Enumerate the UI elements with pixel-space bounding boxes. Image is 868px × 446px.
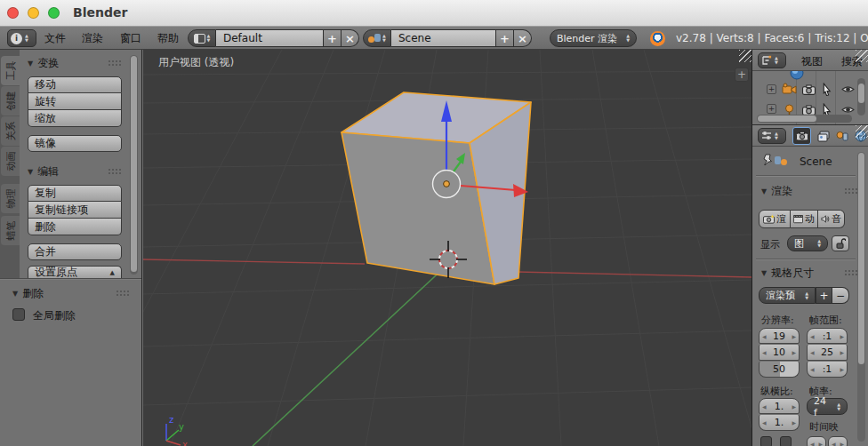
transform-panel-header[interactable]: ▼ 变换 [28, 56, 59, 71]
corner-resize-handle[interactable] [856, 50, 868, 62]
expand-icon[interactable]: + [767, 104, 776, 114]
render-visibility-icon[interactable] [802, 84, 816, 95]
editor-type-button-info[interactable]: i ▲▼ [7, 29, 36, 47]
display-mode-dropdown[interactable]: 图 ▲▼ [787, 235, 828, 251]
render-animation-button[interactable]: 动 [791, 210, 818, 228]
duplicate-linked-button[interactable]: 复制链接项 [28, 202, 122, 219]
duplicate-button[interactable]: 复制 [28, 185, 122, 202]
outliner-h-scrollbar[interactable] [757, 115, 852, 123]
outliner-menu-view[interactable]: 视图 [801, 54, 823, 69]
collapse-icon: ▼ [761, 269, 767, 277]
delete-button[interactable]: 删除 [28, 219, 122, 235]
time-remap-new-field[interactable]: ◀▶ [828, 436, 848, 446]
eye-icon[interactable] [841, 105, 855, 115]
scale-button[interactable]: 缩放 [28, 110, 122, 127]
resolution-x-field[interactable]: ◀19▶ [759, 328, 800, 344]
editor-type-button-properties[interactable]: ▲▼ [758, 128, 786, 144]
mirror-button[interactable]: 镜像 [28, 135, 122, 152]
rotate-button[interactable]: 旋转 [28, 93, 122, 110]
remove-preset-button[interactable]: − [832, 287, 849, 304]
dimensions-panel-header[interactable]: ▼ 规格尺寸 [761, 266, 814, 281]
aspect-y-field[interactable]: ◀1.▶ [759, 415, 800, 431]
lock-interface-button[interactable] [832, 235, 849, 251]
menu-window[interactable]: 窗口 [120, 31, 141, 46]
global-delete-checkbox[interactable] [12, 308, 25, 321]
engine-spinner: ▲▼ [626, 34, 630, 43]
tab-relations[interactable]: 关系 [1, 116, 20, 146]
render-engine-value: Blender 渲染 [557, 32, 617, 45]
set-origin-button[interactable]: 设置原点 ▲ [28, 266, 122, 278]
outliner-v-scrollbar[interactable] [857, 78, 865, 115]
expand-icon[interactable]: + [767, 84, 776, 94]
tab-scene[interactable] [832, 127, 851, 145]
screen-layout-field[interactable]: Default [216, 29, 324, 47]
minimize-window-button[interactable] [28, 7, 39, 19]
render-audio-button[interactable]: 音 [818, 210, 845, 228]
close-window-button[interactable] [7, 7, 19, 19]
tool-shelf-scrollbar[interactable] [130, 55, 138, 275]
camera-object-icon[interactable] [782, 83, 797, 96]
tab-tools[interactable]: 工具 [1, 56, 20, 85]
maximize-window-button[interactable] [48, 7, 60, 19]
render-engine-dropdown[interactable]: Blender 渲染 ▲▼ [550, 29, 637, 47]
resolution-percentage-slider[interactable]: 50 [759, 362, 800, 378]
tab-grease-pencil[interactable]: 蜡笔 [1, 216, 20, 245]
render-presets-dropdown[interactable]: 渲染预 ▲▼ [759, 287, 816, 304]
3d-viewport[interactable]: z y x 用户视图 (透视) + [143, 50, 751, 446]
layout-spinner: ▲▼ [207, 34, 211, 43]
editor-type-button-outliner[interactable]: ▲▼ [758, 52, 786, 68]
add-preset-button[interactable]: + [816, 287, 832, 304]
frame-rate-dropdown[interactable]: 24 f ▲▼ [807, 398, 848, 415]
operator-panel-header[interactable]: ▼ 删除 [12, 286, 44, 301]
crop-checkbox[interactable] [780, 436, 792, 446]
properties-scrollbar[interactable] [857, 152, 865, 442]
tab-render-layers[interactable] [814, 127, 832, 145]
properties-spinner: ▲▼ [775, 131, 778, 140]
eye-icon[interactable] [841, 84, 855, 94]
world-icon[interactable] [790, 71, 804, 80]
menu-file[interactable]: 文件 [44, 31, 66, 46]
menu-help[interactable]: 帮助 [157, 31, 179, 46]
render-panel-header[interactable]: ▼ 渲染 [761, 184, 792, 199]
frame-step-field[interactable]: ◀:1▶ [807, 362, 848, 378]
tab-create[interactable]: 创建 [1, 86, 20, 115]
border-checkbox[interactable] [760, 436, 772, 446]
frame-end-field[interactable]: ◀25▶ [807, 345, 848, 361]
frame-start-field[interactable]: ◀:1▶ [807, 328, 848, 344]
viewport-canvas: z y x [143, 50, 751, 446]
render-button[interactable]: 渲 [759, 210, 791, 228]
outliner-tree[interactable]: + + [752, 71, 868, 124]
pin-icon[interactable] [761, 154, 773, 167]
open-properties-region-button[interactable]: + [735, 68, 749, 82]
add-layout-button[interactable]: + [324, 29, 342, 47]
corner-resize-handle[interactable] [856, 125, 868, 138]
close-scene-button[interactable]: × [514, 29, 532, 47]
corner-resize-handle[interactable] [739, 50, 751, 62]
panel-drag-dots[interactable] [108, 60, 121, 67]
panel-drag-dots[interactable] [108, 168, 121, 175]
breadcrumb-scene[interactable]: Scene [800, 155, 832, 168]
titlebar: Blender [0, 0, 868, 27]
menu-render[interactable]: 渲染 [82, 31, 103, 46]
tab-animation[interactable]: 动画 [1, 147, 20, 176]
global-delete-label: 全局删除 [33, 308, 76, 323]
shelf-divider[interactable] [0, 278, 141, 280]
join-button[interactable]: 合并 [28, 243, 122, 260]
move-button[interactable]: 移动 [28, 76, 122, 93]
aspect-x-field[interactable]: ◀1.▶ [759, 398, 800, 414]
tab-render[interactable] [792, 127, 811, 145]
scene-stats: v2.78 | Verts:8 | Faces:6 | Tris:12 | Ob… [676, 32, 868, 44]
time-remap-old-field[interactable]: ◀▶ [807, 436, 826, 446]
tab-physics[interactable]: 物理 [1, 184, 20, 213]
scene-icon-button[interactable]: ▲▼ [363, 29, 391, 47]
add-scene-button[interactable]: + [496, 29, 514, 47]
cursor-arrow-icon[interactable] [822, 83, 832, 96]
panel-drag-dots[interactable] [844, 187, 857, 195]
close-layout-button[interactable]: × [342, 29, 359, 47]
panel-drag-dots[interactable] [844, 269, 857, 276]
panel-drag-dots[interactable] [116, 290, 129, 297]
edit-panel-header[interactable]: ▼ 编辑 [28, 164, 59, 179]
scene-field[interactable]: Scene [391, 29, 496, 47]
resolution-y-field[interactable]: ◀10▶ [759, 345, 800, 361]
screen-layout-icon-button[interactable]: ▲▼ [188, 29, 216, 47]
